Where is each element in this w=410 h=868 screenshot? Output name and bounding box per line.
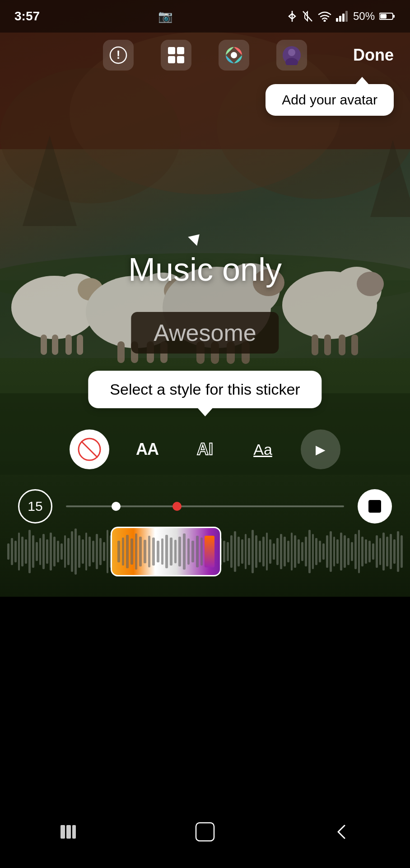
svg-rect-15 [117, 341, 125, 363]
style-more-button[interactable]: ▶ [301, 429, 340, 469]
svg-rect-29 [312, 335, 318, 355]
frame-count-circle: 15 [18, 489, 52, 524]
battery-icon [379, 12, 396, 21]
audio-selected-region[interactable] [111, 527, 221, 576]
style-aa-button[interactable]: AA [127, 429, 167, 469]
svg-rect-50 [177, 56, 184, 63]
svg-rect-48 [177, 47, 184, 54]
stop-icon [368, 500, 381, 513]
stop-button[interactable] [358, 489, 392, 524]
frame-count-value: 15 [28, 499, 42, 514]
style-picker: AA AI Aa ▶ [0, 429, 410, 469]
svg-rect-38 [336, 18, 338, 22]
timeline-container: 15 [0, 488, 410, 524]
timeline-controls: 15 [0, 488, 410, 524]
avatar-icon-button[interactable] [276, 40, 307, 71]
status-time: 3:57 [14, 9, 40, 24]
wifi-icon [318, 11, 331, 22]
status-bar: 3:57 📷 50% [0, 0, 410, 33]
audio-track[interactable] [0, 524, 410, 579]
svg-rect-9 [52, 335, 58, 355]
avatar-tooltip: Add your avatar [266, 84, 394, 116]
toolbar: ! [0, 33, 410, 78]
style-ai-button[interactable]: AI [185, 429, 225, 469]
svg-rect-43 [393, 15, 395, 18]
svg-point-1 [0, 68, 181, 203]
svg-rect-41 [345, 11, 348, 22]
sticker-icon-button[interactable] [161, 40, 191, 71]
svg-point-52 [231, 52, 237, 58]
mute-icon [302, 10, 313, 23]
avatar-tooltip-text: Add your avatar [282, 92, 377, 107]
svg-rect-49 [168, 56, 175, 63]
style-aa2-label: Aa [253, 441, 272, 458]
status-right-icons: 50% [287, 10, 396, 23]
svg-rect-40 [342, 14, 345, 22]
svg-rect-39 [339, 16, 341, 22]
svg-rect-44 [380, 14, 387, 19]
slider-thumb-start[interactable] [112, 502, 121, 511]
svg-point-28 [357, 272, 384, 296]
svg-rect-31 [339, 335, 345, 355]
alert-icon-button[interactable]: ! [103, 40, 134, 71]
svg-rect-8 [41, 335, 47, 355]
camera-recording-icon: 📷 [158, 9, 172, 24]
style-more-indicator: ▶ [316, 442, 326, 457]
awesome-text: Awesome [154, 320, 256, 346]
svg-point-37 [323, 20, 326, 22]
svg-rect-30 [324, 335, 331, 355]
select-style-tooltip: Select a style for this sticker [88, 371, 321, 408]
svg-rect-47 [168, 47, 175, 54]
style-aa-label: AA [136, 440, 158, 459]
awesome-sticker[interactable]: Awesome [131, 312, 279, 354]
svg-rect-32 [351, 335, 358, 355]
svg-point-54 [288, 49, 295, 56]
svg-rect-59 [66, 825, 71, 839]
no-style-button[interactable] [70, 429, 109, 469]
select-style-text: Select a style for this sticker [110, 381, 300, 398]
system-nav [0, 814, 410, 850]
svg-rect-60 [72, 825, 76, 839]
svg-rect-11 [77, 335, 83, 355]
svg-line-57 [81, 441, 98, 458]
bluetooth-icon [287, 10, 297, 23]
svg-rect-61 [196, 823, 214, 841]
style-ai-label: AI [197, 440, 213, 459]
music-only-label: Music only [128, 251, 282, 288]
timeline-slider[interactable] [66, 505, 344, 507]
color-icon-button[interactable] [219, 40, 249, 71]
done-label: Done [353, 46, 394, 65]
svg-text:!: ! [116, 48, 121, 61]
svg-rect-58 [61, 825, 65, 839]
bottom-area [0, 597, 410, 823]
done-button[interactable]: Done [353, 33, 394, 78]
svg-rect-10 [65, 335, 72, 355]
home-button[interactable] [191, 818, 219, 845]
slider-thumb-end[interactable] [172, 502, 182, 511]
back-button[interactable] [328, 818, 355, 845]
signal-icon [336, 11, 349, 22]
style-aa2-button[interactable]: Aa [243, 429, 283, 469]
battery-text: 50% [353, 10, 375, 23]
menu-button[interactable] [55, 818, 82, 845]
